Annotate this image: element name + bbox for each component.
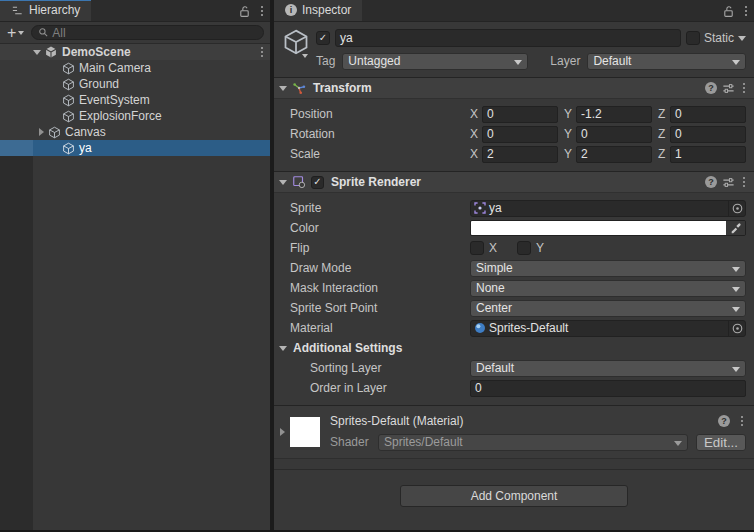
foldout-open-icon[interactable] (279, 86, 287, 91)
gameobject-name-input[interactable]: ya (335, 29, 681, 47)
component-menu-icon[interactable] (740, 175, 748, 189)
hierarchy-search-input[interactable]: All (31, 25, 264, 40)
item-label: ExplosionForce (79, 109, 162, 123)
shader-dropdown[interactable]: Sprites/Default (378, 434, 688, 451)
icon-dropdown-caret[interactable] (302, 54, 308, 58)
sprite-sort-point-dropdown[interactable]: Center (470, 300, 746, 317)
chevron-down-icon (732, 307, 740, 312)
component-enabled-checkbox[interactable]: ✓ (311, 176, 324, 189)
layer-dropdown[interactable]: Default (587, 53, 746, 70)
inspector-panel: i Inspector ✓ ya (274, 0, 754, 530)
help-icon[interactable]: ? (705, 82, 717, 94)
position-y-input[interactable]: -1.2 (576, 106, 652, 123)
active-checkbox[interactable]: ✓ (316, 31, 330, 45)
foldout-open-icon (279, 346, 287, 351)
order-in-layer-input[interactable]: 0 (470, 380, 746, 397)
scale-label: Scale (290, 147, 470, 161)
sprite-row: Sprite ya (290, 198, 746, 218)
hierarchy-tree: DemoScene Main Camera Ground (0, 44, 270, 530)
add-component-button[interactable]: Add Component (400, 485, 628, 507)
material-object-field[interactable]: Sprites-Default (470, 320, 746, 337)
rotation-z-input[interactable]: 0 (670, 126, 746, 143)
gameobject-cube-icon (48, 126, 61, 139)
position-z-input[interactable]: 0 (670, 106, 746, 123)
axis-z-label: Z (658, 107, 670, 121)
hierarchy-item-explosionforce[interactable]: ExplosionForce (0, 108, 270, 124)
hierarchy-item-canvas[interactable]: Canvas (0, 124, 270, 140)
search-placeholder: All (52, 26, 65, 40)
scene-menu-icon[interactable] (258, 45, 266, 59)
lock-icon[interactable] (722, 5, 735, 18)
foldout-open-icon[interactable] (279, 180, 287, 185)
tab-inspector[interactable]: i Inspector (274, 0, 362, 21)
sprite-sort-point-label: Sprite Sort Point (290, 301, 470, 315)
object-picker-icon[interactable] (728, 321, 745, 336)
color-label: Color (290, 221, 470, 235)
panel-menu-icon[interactable] (742, 4, 750, 18)
rotation-label: Rotation (290, 127, 470, 141)
static-checkbox[interactable] (686, 31, 700, 45)
scene-name: DemoScene (62, 45, 131, 59)
foldout-closed-icon[interactable] (280, 428, 285, 436)
material-menu-icon[interactable] (738, 414, 746, 428)
gameobject-big-cube-icon[interactable] (282, 28, 312, 56)
scale-x-input[interactable]: 2 (482, 146, 558, 163)
foldout-open-icon[interactable] (33, 50, 41, 55)
mask-interaction-dropdown[interactable]: None (470, 280, 746, 297)
flip-y-label: Y (536, 241, 544, 255)
sprite-renderer-icon (292, 175, 306, 189)
sprite-object-field[interactable]: ya (470, 200, 746, 217)
axis-x-label: X (470, 127, 482, 141)
flip-x-checkbox[interactable] (470, 241, 484, 255)
material-thumbnail[interactable] (290, 417, 320, 447)
hierarchy-item-ground[interactable]: Ground (0, 76, 270, 92)
presets-icon[interactable] (722, 82, 735, 95)
component-title: Transform (313, 81, 372, 95)
hierarchy-empty-area[interactable] (0, 156, 270, 530)
tab-hierarchy[interactable]: Hierarchy (0, 0, 91, 21)
help-icon[interactable]: ? (718, 415, 730, 427)
transform-component: Transform ? Position X0 Y-1.2 Z0 (274, 77, 754, 171)
panel-menu-icon[interactable] (258, 4, 266, 18)
order-in-layer-label: Order in Layer (290, 381, 470, 395)
static-dropdown-caret[interactable] (738, 36, 746, 41)
item-label: Main Camera (79, 61, 151, 75)
lock-icon[interactable] (238, 5, 251, 18)
order-in-layer-row: Order in Layer 0 (290, 378, 746, 398)
rotation-y-input[interactable]: 0 (576, 126, 652, 143)
chevron-down-icon (732, 367, 740, 372)
component-menu-icon[interactable] (740, 81, 748, 95)
draw-mode-dropdown[interactable]: Simple (470, 260, 746, 277)
sorting-layer-dropdown[interactable]: Default (470, 360, 746, 377)
position-x-input[interactable]: 0 (482, 106, 558, 123)
color-swatch[interactable] (471, 221, 726, 235)
transform-header[interactable]: Transform ? (274, 77, 754, 99)
hierarchy-item-eventsystem[interactable]: EventSystem (0, 92, 270, 108)
sprite-renderer-component: ✓ Sprite Renderer ? Sprite (274, 171, 754, 405)
material-title: Sprites-Default (Material) (330, 414, 718, 428)
hierarchy-scene-row[interactable]: DemoScene (0, 44, 270, 60)
hierarchy-item-ya-selected[interactable]: ya (0, 140, 270, 156)
flip-y-checkbox[interactable] (517, 241, 531, 255)
eyedropper-icon[interactable] (726, 221, 745, 235)
object-picker-icon[interactable] (728, 201, 745, 216)
rotation-x-input[interactable]: 0 (482, 126, 558, 143)
foldout-closed-icon[interactable] (39, 128, 44, 136)
material-preview-header[interactable]: Sprites-Default (Material) ? Shader Spri… (274, 405, 754, 459)
sprite-renderer-header[interactable]: ✓ Sprite Renderer ? (274, 171, 754, 193)
scale-z-input[interactable]: 1 (670, 146, 746, 163)
material-sphere-icon (474, 322, 486, 334)
shader-edit-button[interactable]: Edit... (696, 434, 746, 451)
additional-settings-foldout[interactable]: Additional Settings (279, 338, 746, 358)
presets-icon[interactable] (722, 176, 735, 189)
layer-label: Layer (550, 54, 580, 68)
tag-dropdown[interactable]: Untagged (342, 53, 528, 70)
flip-x-label: X (489, 241, 497, 255)
help-icon[interactable]: ? (705, 176, 717, 188)
hierarchy-item-main-camera[interactable]: Main Camera (0, 60, 270, 76)
axis-z-label: Z (658, 147, 670, 161)
create-object-button[interactable]: + (5, 25, 26, 41)
tab-label: Hierarchy (29, 3, 80, 17)
unity-scene-icon (44, 45, 58, 59)
scale-y-input[interactable]: 2 (576, 146, 652, 163)
